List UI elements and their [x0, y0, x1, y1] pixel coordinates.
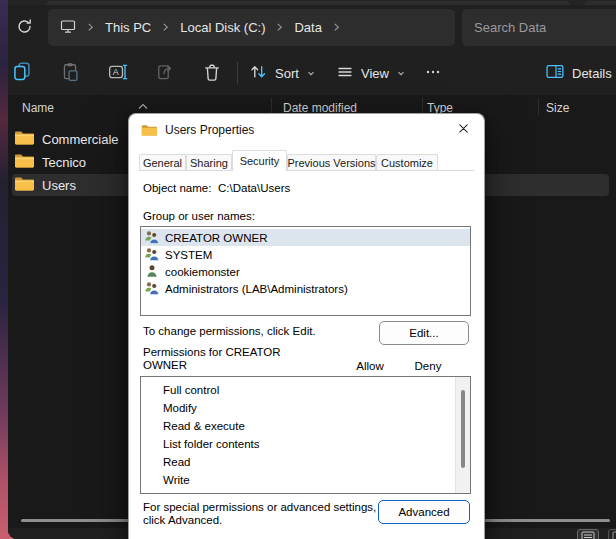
advanced-button[interactable]: Advanced: [378, 500, 470, 524]
column-header-size[interactable]: Size: [546, 101, 569, 115]
scrollbar-thumb[interactable]: [461, 390, 465, 468]
group-name: cookiemonster: [165, 266, 240, 278]
search-box[interactable]: [462, 9, 616, 46]
permission-row-special-permissions: Special permissions: [141, 489, 470, 494]
breadcrumb-chevron-icon[interactable]: [275, 20, 284, 35]
group-item-administrators[interactable]: Administrators (LAB\Administrators): [141, 280, 470, 297]
permissions-list: Full control Modify Read & execute List …: [140, 376, 471, 494]
share-icon: [156, 62, 176, 85]
column-header-name[interactable]: Name: [22, 101, 54, 115]
permissions-label-line1: Permissions for CREATOR: [143, 346, 281, 358]
permission-row-read-execute: Read & execute: [141, 417, 470, 435]
tab-customize[interactable]: Customize: [376, 154, 438, 171]
group-list-label: Group or user names:: [143, 210, 255, 222]
group-user-list: CREATOR OWNER SYSTEM cookiemonster Admin…: [140, 226, 471, 316]
rename-button[interactable]: A: [108, 58, 128, 88]
user-icon: [144, 263, 160, 281]
tab-general[interactable]: General: [139, 154, 186, 171]
breadcrumb-local-disk-c[interactable]: Local Disk (C:): [180, 20, 265, 35]
dialog-title: Users Properties: [165, 123, 254, 137]
sort-arrows-icon: [249, 63, 268, 83]
details-label: Details: [572, 66, 612, 81]
group-icon: [144, 246, 160, 264]
permissions-scrollbar[interactable]: [455, 377, 470, 493]
permission-row-full-control: Full control: [141, 381, 470, 399]
rename-icon: A: [108, 62, 128, 85]
folder-icon: [141, 123, 157, 141]
svg-text:A: A: [113, 66, 119, 76]
folder-icon: [14, 152, 34, 172]
tab-previous-versions[interactable]: Previous Versions: [287, 154, 376, 171]
view-label: View: [361, 66, 389, 81]
breadcrumb-chevron-icon[interactable]: [86, 20, 95, 35]
trash-icon: [202, 62, 222, 85]
advanced-hint-line1: For special permissions or advanced sett…: [143, 501, 376, 513]
edit-hint: To change permissions, click Edit.: [143, 325, 316, 337]
chevron-down-icon: [306, 66, 316, 81]
address-row: This PC Local Disk (C:) Data: [8, 5, 616, 50]
details-pane-icon: [546, 63, 565, 83]
delete-button[interactable]: [202, 58, 222, 88]
toolbar-divider: [237, 62, 238, 84]
close-icon: [457, 121, 470, 139]
chevron-down-icon: [396, 66, 406, 81]
screen: This PC Local Disk (C:) Data: [0, 0, 616, 539]
toolbar: A Sort: [8, 50, 616, 95]
deny-column-header: Deny: [407, 360, 449, 372]
tab-sharing[interactable]: Sharing: [186, 154, 232, 171]
share-button[interactable]: [156, 58, 176, 88]
sort-ascending-icon: [138, 96, 148, 114]
allow-column-header: Allow: [349, 360, 391, 372]
advanced-hint-line2: click Advanced.: [143, 514, 222, 526]
group-name: SYSTEM: [165, 249, 212, 261]
group-icon: [144, 280, 160, 298]
details-pane-button[interactable]: Details: [546, 58, 612, 88]
folder-name: Tecnico: [42, 155, 86, 170]
group-name: CREATOR OWNER: [165, 232, 267, 244]
object-name-value: C:\Data\Users: [218, 182, 290, 194]
breadcrumb-chevron-icon[interactable]: [161, 20, 170, 35]
tab-security[interactable]: Security: [232, 150, 287, 171]
thumbnail-view-toggle-button[interactable]: [608, 529, 616, 539]
refresh-icon: [16, 18, 33, 39]
tab-baseline: [139, 170, 474, 171]
permission-row-modify: Modify: [141, 399, 470, 417]
object-name-label: Object name:: [143, 182, 211, 194]
folder-name: Users: [42, 178, 76, 193]
group-item-cookiemonster[interactable]: cookiemonster: [141, 263, 470, 280]
search-input[interactable]: [474, 20, 616, 35]
ellipsis-icon: [424, 64, 442, 83]
details-view-toggle-button[interactable]: [577, 529, 599, 539]
sort-label: Sort: [275, 66, 299, 81]
refresh-button[interactable]: [13, 17, 35, 39]
breadcrumb-chevron-icon[interactable]: [332, 20, 341, 35]
view-button[interactable]: View: [336, 58, 406, 88]
copy-icon: [12, 61, 33, 85]
sort-button[interactable]: Sort: [249, 58, 316, 88]
folder-icon: [14, 129, 34, 149]
more-options-button[interactable]: [424, 58, 442, 88]
group-icon: [144, 229, 160, 247]
copy-button[interactable]: [12, 58, 33, 88]
group-item-creator-owner[interactable]: CREATOR OWNER: [141, 229, 470, 246]
thumbnail-view-icon: [612, 528, 616, 539]
paste-button[interactable]: [60, 58, 80, 88]
breadcrumb-this-pc[interactable]: This PC: [105, 20, 151, 35]
view-list-icon: [336, 64, 354, 83]
address-bar[interactable]: This PC Local Disk (C:) Data: [48, 9, 455, 46]
breadcrumb-data[interactable]: Data: [294, 20, 321, 35]
this-pc-icon: [60, 18, 76, 37]
permission-row-read: Read: [141, 453, 470, 471]
edit-button[interactable]: Edit...: [379, 321, 469, 345]
group-name: Administrators (LAB\Administrators): [165, 283, 348, 295]
column-divider: [538, 98, 539, 115]
folder-name: Commerciale: [42, 132, 119, 147]
permissions-label-line2: OWNER: [143, 359, 187, 371]
folder-icon: [14, 175, 34, 195]
details-view-icon: [581, 528, 595, 539]
users-properties-dialog: Users Properties General Sharing Securit…: [128, 113, 485, 539]
close-button[interactable]: [454, 121, 472, 139]
paste-icon: [60, 62, 80, 85]
group-item-system[interactable]: SYSTEM: [141, 246, 470, 263]
permission-row-write: Write: [141, 471, 470, 489]
